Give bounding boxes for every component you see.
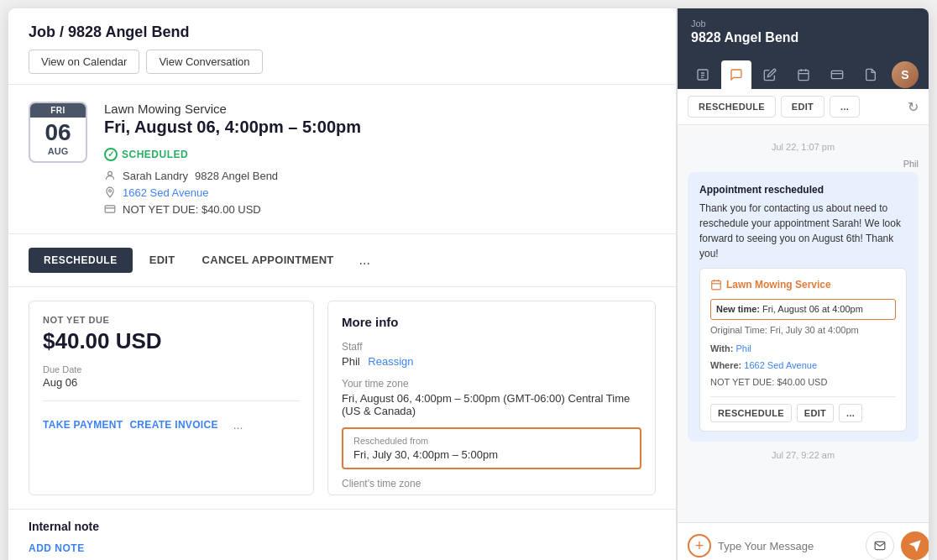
- payment-icon: [104, 203, 116, 215]
- avatar-image: S: [892, 61, 919, 88]
- rescheduled-box: Rescheduled from Fri, July 30, 4:00pm – …: [342, 427, 641, 469]
- original-time-label: Original Time:: [710, 325, 767, 335]
- new-time-value: Fri, August 06 at 4:00pm: [762, 304, 863, 314]
- payment-more-button[interactable]: ...: [225, 411, 252, 438]
- with-label: With:: [710, 343, 733, 353]
- panel-reschedule-button[interactable]: RESCHEDULE: [688, 96, 776, 118]
- svg-marker-19: [910, 541, 920, 551]
- cards-section: NOT YET DUE $40.00 USD Due Date Aug 06 T…: [8, 287, 676, 510]
- client-address: 9828 Angel Bend: [195, 170, 278, 182]
- due-date-label: Due Date: [43, 364, 300, 374]
- calendar-month: AUG: [30, 144, 86, 161]
- right-panel-action-bar: RESCHEDULE EDIT ... ↻: [678, 89, 929, 125]
- add-attachment-button[interactable]: +: [688, 534, 711, 557]
- calendar-weekday: FRI: [30, 103, 86, 118]
- left-panel: Job / 9828 Angel Bend View on Calendar V…: [8, 8, 677, 560]
- amount: $40.00 USD: [43, 328, 300, 354]
- message-title: Appointment rescheduled: [699, 182, 907, 197]
- avatar: S: [892, 61, 919, 88]
- svg-rect-2: [105, 206, 115, 212]
- message-input[interactable]: [718, 540, 859, 552]
- status-icon: ✓: [104, 148, 118, 161]
- with-row: With: Phil: [710, 342, 896, 356]
- job-info-section: FRI 06 AUG Lawn Mowing Service Fri, Augu…: [8, 85, 676, 234]
- svg-rect-8: [798, 71, 809, 81]
- right-panel-tabs: S: [678, 55, 929, 89]
- where-link[interactable]: 1662 Sed Avenue: [744, 360, 817, 370]
- tab-payment[interactable]: [822, 60, 852, 89]
- cancel-appointment-button[interactable]: CANCEL APPOINTMENT: [192, 247, 344, 273]
- tab-edit[interactable]: [755, 60, 785, 89]
- appt-edit-button[interactable]: EDIT: [797, 404, 834, 422]
- payment-card: NOT YET DUE $40.00 USD Due Date Aug 06 T…: [29, 301, 314, 496]
- more-info-title: More info: [342, 315, 641, 329]
- tab-info[interactable]: [688, 60, 718, 89]
- add-note-button[interactable]: ADD NOTE: [29, 542, 85, 554]
- view-calendar-button[interactable]: View on Calendar: [29, 50, 139, 74]
- tab-docs[interactable]: [856, 60, 886, 89]
- view-conversation-button[interactable]: View Conversation: [146, 50, 262, 74]
- where-label: Where:: [710, 360, 741, 370]
- payment-row: NOT YET DUE: $40.00 USD: [104, 203, 656, 216]
- where-row: Where: 1662 Sed Avenue: [710, 359, 896, 373]
- client-timezone-label: Client's time zone: [342, 478, 641, 489]
- sender-label-1: Phil: [688, 159, 919, 169]
- due-date-value: Aug 06: [43, 376, 300, 389]
- page-title: Job / 9828 Angel Bend: [29, 24, 656, 41]
- send-email-button[interactable]: [866, 531, 894, 560]
- original-time-value: Fri, July 30 at 4:00pm: [770, 325, 859, 335]
- service-name: Lawn Mowing Service: [104, 102, 656, 116]
- refresh-button[interactable]: ↻: [908, 99, 919, 115]
- conversation-area: Jul 22, 1:07 pm Phil Appointment resched…: [678, 125, 929, 522]
- svg-rect-12: [831, 71, 842, 78]
- tab-calendar[interactable]: [788, 60, 819, 89]
- message-bubble-1: Appointment rescheduled Thank you for co…: [688, 172, 919, 442]
- calendar-day: 06: [30, 118, 86, 144]
- appt-reschedule-button[interactable]: RESCHEDULE: [710, 404, 792, 422]
- send-button[interactable]: [901, 531, 929, 560]
- right-panel-subtitle: Job: [691, 18, 915, 29]
- right-panel: Job 9828 Angel Bend S: [677, 8, 929, 560]
- new-time-box: New time: Fri, August 06 at 4:00pm: [710, 299, 896, 320]
- edit-button[interactable]: EDIT: [139, 247, 186, 273]
- appt-service-name: Lawn Mowing Service: [710, 277, 896, 292]
- status-badge: ✓ SCHEDULED: [104, 148, 188, 161]
- client-name: Sarah Landry: [123, 170, 188, 182]
- staff-value: Phil Reassign: [342, 355, 641, 368]
- message-input-area: +: [678, 522, 929, 560]
- calendar-icon: FRI 06 AUG: [29, 102, 87, 163]
- appt-more-button[interactable]: ...: [839, 404, 862, 422]
- svg-point-1: [109, 190, 112, 192]
- timestamp-1: Jul 22, 1:07 pm: [688, 142, 919, 152]
- take-payment-button[interactable]: TAKE PAYMENT: [43, 419, 123, 431]
- message-body: Thank you for contacting us about need t…: [699, 201, 907, 261]
- reschedule-button[interactable]: RESCHEDULE: [29, 248, 133, 273]
- person-icon: [104, 170, 116, 181]
- location-icon: [104, 186, 116, 198]
- service-time: Fri, August 06, 4:00pm – 5:00pm: [104, 118, 656, 137]
- address-link[interactable]: 1662 Sed Avenue: [123, 186, 208, 199]
- address-row: 1662 Sed Avenue: [104, 186, 656, 199]
- send-icon: [909, 540, 921, 552]
- tab-conversation[interactable]: [721, 60, 751, 89]
- card-actions: TAKE PAYMENT CREATE INVOICE ...: [43, 400, 300, 438]
- more-actions-button[interactable]: ...: [351, 246, 379, 275]
- not-yet-due-appt: NOT YET DUE: $40.00 USD: [710, 375, 896, 390]
- right-panel-header: Job 9828 Angel Bend: [678, 8, 929, 55]
- appt-action-bar: RESCHEDULE EDIT ...: [710, 396, 896, 422]
- timezone-label: Your time zone: [342, 378, 641, 390]
- not-yet-due-label: NOT YET DUE: [43, 315, 300, 325]
- panel-more-button[interactable]: ...: [830, 96, 860, 118]
- panel-edit-button[interactable]: EDIT: [781, 96, 824, 118]
- rescheduled-from-label: Rescheduled from: [353, 436, 630, 446]
- reassign-link[interactable]: Reassign: [368, 355, 413, 368]
- email-icon: [874, 540, 886, 552]
- service-icon: [710, 279, 722, 290]
- rescheduled-from-value: Fri, July 30, 4:00pm – 5:00pm: [353, 448, 630, 461]
- with-link[interactable]: Phil: [735, 343, 751, 353]
- staff-name: Phil: [342, 355, 360, 368]
- create-invoice-button[interactable]: CREATE INVOICE: [129, 419, 217, 431]
- svg-rect-14: [712, 280, 721, 290]
- original-time: Original Time: Fri, July 30 at 4:00pm: [710, 323, 896, 338]
- timezone-value: Fri, August 06, 4:00pm – 5:00pm (GMT-06:…: [342, 392, 641, 417]
